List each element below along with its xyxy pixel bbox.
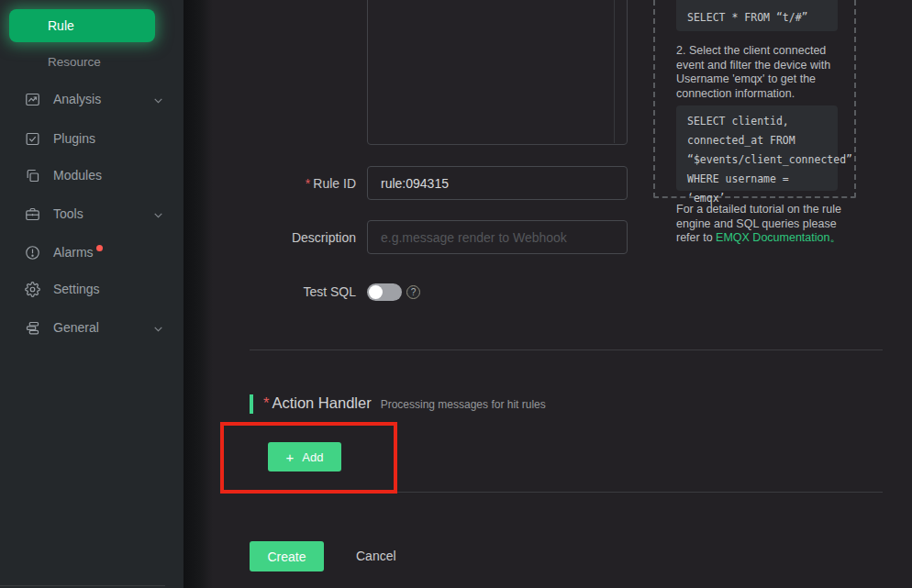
cancel-button[interactable]: Cancel	[356, 541, 396, 571]
sidebar-item-settings[interactable]: Settings	[0, 280, 184, 300]
sidebar-item-label: Tools	[53, 206, 83, 221]
sidebar-item-modules[interactable]: Modules	[0, 166, 184, 186]
sidebar-item-plugins[interactable]: Plugins	[0, 129, 184, 150]
sidebar-item-label: Analysis	[53, 92, 101, 106]
sidebar-item-alarms[interactable]: Alarms	[0, 243, 184, 263]
add-action-button[interactable]: + Add	[268, 442, 341, 472]
emqx-dashboard: Rule Resource Analysis P	[0, 0, 912, 588]
sidebar-item-tools[interactable]: Tools	[0, 205, 184, 225]
sidebar-item-resource[interactable]: Resource	[48, 55, 101, 71]
emqx-documentation-link[interactable]: EMQX Documentation。	[716, 231, 841, 244]
help-icon[interactable]: ?	[406, 285, 420, 299]
chevron-down-icon	[152, 323, 164, 335]
action-handler-title: *Action Handler	[263, 394, 372, 412]
section-divider	[250, 349, 883, 350]
sql-example-code-1: SELECT * FROM “t/#”	[676, 0, 838, 31]
sidebar: Rule Resource Analysis P	[0, 0, 184, 588]
rule-id-label: *Rule ID	[250, 176, 356, 191]
test-sql-toggle[interactable]	[367, 283, 402, 301]
sidebar-item-label: Settings	[53, 282, 100, 296]
footer-divider	[250, 492, 883, 493]
sidebar-item-label: General	[53, 320, 99, 335]
sidebar-bottom-divider	[0, 585, 165, 586]
sql-editor-scrollbar[interactable]	[614, 0, 615, 143]
test-sql-label: Test SQL	[250, 284, 356, 299]
add-button-label: Add	[302, 450, 323, 464]
sidebar-edge-shadow	[184, 0, 213, 588]
description-input[interactable]	[367, 220, 628, 254]
sidebar-item-analysis[interactable]: Analysis	[0, 90, 184, 110]
action-handler-subtitle: Processing messages for hit rules	[381, 398, 546, 411]
chevron-down-icon	[152, 209, 164, 221]
sidebar-item-label: Alarms	[53, 245, 94, 260]
alarm-badge-dot	[96, 245, 103, 251]
sql-example-code-2: SELECT clientid, connected_at FROM “$eve…	[676, 105, 838, 191]
sidebar-item-rule[interactable]: Rule	[9, 9, 155, 42]
plus-icon: +	[286, 450, 295, 464]
sidebar-item-label: Plugins	[53, 131, 95, 146]
plugins-icon	[25, 131, 40, 147]
modules-icon	[25, 168, 40, 183]
analysis-chart-icon	[25, 92, 40, 107]
sidebar-item-label: Modules	[53, 168, 102, 183]
sidebar-item-general[interactable]: General	[0, 318, 184, 338]
tools-icon	[25, 206, 40, 222]
required-asterisk: *	[306, 176, 310, 191]
action-handler-header: *Action Handler Processing messages for …	[263, 394, 546, 412]
toggle-knob	[369, 285, 383, 299]
rule-id-input[interactable]	[367, 166, 628, 200]
create-button[interactable]: Create	[250, 541, 324, 571]
section-accent-bar	[250, 394, 253, 414]
general-icon	[25, 320, 40, 336]
sql-example-description: 2. Select the client connected event and…	[676, 44, 843, 101]
required-asterisk: *	[263, 394, 269, 411]
description-label: Description	[250, 230, 356, 245]
chevron-down-icon	[152, 94, 164, 106]
sql-editor[interactable]	[367, 0, 628, 145]
tutorial-note: For a detailed tutorial on the rule engi…	[676, 203, 843, 246]
gear-icon	[25, 282, 40, 297]
alarm-icon	[25, 245, 40, 261]
